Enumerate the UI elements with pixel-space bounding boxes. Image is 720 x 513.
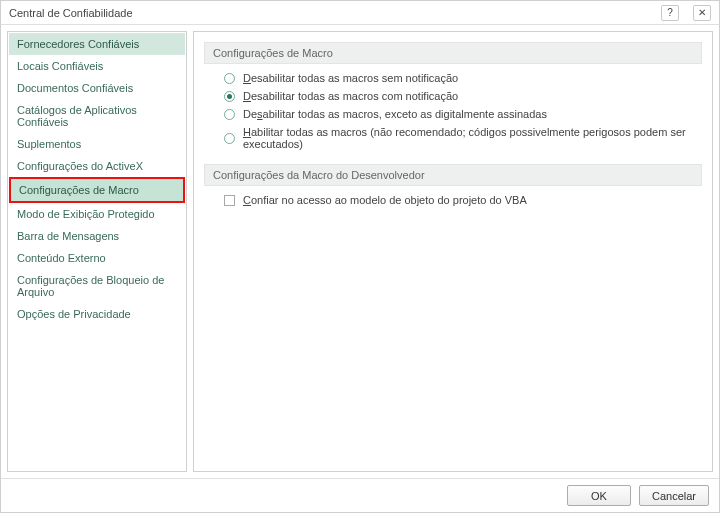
macro-option-label-3: Habilitar todas as macros (não recomenda… [243, 126, 702, 150]
ok-button[interactable]: OK [567, 485, 631, 506]
sidebar-item-4[interactable]: Suplementos [9, 133, 185, 155]
sidebar-item-0[interactable]: Fornecedores Confiáveis [9, 33, 185, 55]
section-macro-settings-header: Configurações de Macro [204, 42, 702, 64]
sidebar-item-9[interactable]: Conteúdo Externo [9, 247, 185, 269]
titlebar: Central de Confiabilidade ? ✕ [1, 1, 719, 25]
sidebar-item-10[interactable]: Configurações de Bloqueio de Arquivo [9, 269, 185, 303]
cancel-button[interactable]: Cancelar [639, 485, 709, 506]
help-icon[interactable]: ? [661, 5, 679, 21]
section-developer-macro-header: Configurações da Macro do Desenvolvedor [204, 164, 702, 186]
dialog-footer: OK Cancelar [1, 478, 719, 512]
sidebar-highlight: Configurações de Macro [9, 177, 185, 203]
dialog-body: Fornecedores ConfiáveisLocais Confiáveis… [1, 25, 719, 478]
trust-vba-checkbox[interactable] [224, 195, 235, 206]
sidebar-item-3[interactable]: Catálogos de Aplicativos Confiáveis [9, 99, 185, 133]
window-controls: ? ✕ [661, 5, 711, 21]
trust-center-window: Central de Confiabilidade ? ✕ Fornecedor… [0, 0, 720, 513]
sidebar-item-1[interactable]: Locais Confiáveis [9, 55, 185, 77]
macro-option-0[interactable]: Desabilitar todas as macros sem notifica… [224, 72, 702, 84]
trust-vba-checkbox-row[interactable]: Confiar no acesso ao modelo de objeto do… [224, 194, 702, 206]
radio-icon[interactable] [224, 91, 235, 102]
main-panel: Configurações de Macro Desabilitar todas… [193, 31, 713, 472]
trust-vba-label: Confiar no acesso ao modelo de objeto do… [243, 194, 527, 206]
macro-settings-radio-group: Desabilitar todas as macros sem notifica… [224, 72, 702, 150]
close-icon[interactable]: ✕ [693, 5, 711, 21]
macro-option-label-2: Desabilitar todas as macros, exceto as d… [243, 108, 547, 120]
macro-option-label-0: Desabilitar todas as macros sem notifica… [243, 72, 458, 84]
sidebar-item-7[interactable]: Modo de Exibição Protegido [9, 203, 185, 225]
macro-option-3[interactable]: Habilitar todas as macros (não recomenda… [224, 126, 702, 150]
radio-icon[interactable] [224, 73, 235, 84]
sidebar-item-11[interactable]: Opções de Privacidade [9, 303, 185, 325]
sidebar-item-8[interactable]: Barra de Mensagens [9, 225, 185, 247]
sidebar-item-2[interactable]: Documentos Confiáveis [9, 77, 185, 99]
sidebar-item-5[interactable]: Configurações do ActiveX [9, 155, 185, 177]
radio-icon[interactable] [224, 109, 235, 120]
window-title: Central de Confiabilidade [9, 7, 133, 19]
macro-option-2[interactable]: Desabilitar todas as macros, exceto as d… [224, 108, 702, 120]
sidebar-item-6[interactable]: Configurações de Macro [11, 179, 183, 201]
macro-option-1[interactable]: Desabilitar todas as macros com notifica… [224, 90, 702, 102]
sidebar: Fornecedores ConfiáveisLocais Confiáveis… [7, 31, 187, 472]
macro-option-label-1: Desabilitar todas as macros com notifica… [243, 90, 458, 102]
radio-icon[interactable] [224, 133, 235, 144]
